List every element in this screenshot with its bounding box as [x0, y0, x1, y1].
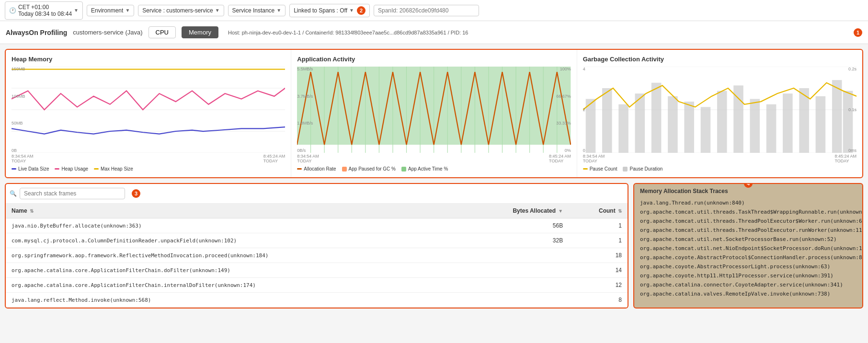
stack-trace-item: org.apache.catalina.valves.RemoteIpValve…	[640, 289, 857, 298]
legend-dot	[94, 168, 99, 170]
spanid-input[interactable]	[374, 5, 479, 16]
service-selector[interactable]: Service : customers-service ▼	[138, 5, 224, 16]
gc-y-axis-left: 4 2 0	[583, 67, 598, 153]
legend-max-heap: Max Heap Size	[94, 166, 133, 172]
svg-rect-31	[618, 104, 628, 153]
stack-traces-panel: 4 Memory Allocation Stack Traces java.la…	[633, 183, 863, 309]
gc-chart-title: Garbage Collection Activity	[583, 56, 857, 63]
chevron-down-icon: ▼	[215, 8, 220, 13]
tab-cpu[interactable]: CPU	[148, 26, 176, 38]
table-row[interactable]: org.springframework.aop.framework.Reflec…	[6, 248, 628, 263]
sort-icon: ⇅	[618, 208, 622, 214]
environment-label: Environment	[91, 7, 123, 14]
activity-legend: Allocation Rate App Paused for GC % App …	[297, 166, 571, 172]
table-row[interactable]: org.apache.catalina.core.ApplicationFilt…	[6, 263, 628, 278]
chevron-down-icon: ▼	[276, 8, 281, 13]
cell-count: 14	[569, 263, 628, 278]
cell-count: 18	[569, 248, 628, 263]
heap-memory-panel: Heap Memory 150MB	[6, 50, 291, 177]
instance-label: Service Instance	[232, 7, 275, 14]
legend-allocation-rate: Allocation Rate	[297, 166, 336, 172]
chevron-down-icon: ▼	[74, 8, 79, 13]
stack-trace-item: org.apache.catalina.connector.CoyoteAdap…	[640, 280, 857, 289]
col-bytes[interactable]: Bytes Allocated ▼	[464, 204, 569, 218]
legend-app-paused: App Paused for GC %	[342, 166, 396, 172]
legend-pause-duration: Pause Duration	[623, 166, 662, 172]
cell-count: 1	[569, 218, 628, 233]
svg-rect-35	[684, 102, 694, 153]
table-header-row: Name ⇅ Bytes Allocated ▼ Count ⇅	[6, 204, 628, 218]
search-bar: 🔍 3	[6, 184, 628, 204]
legend-app-active: App Active Time %	[401, 166, 448, 172]
environment-selector[interactable]: Environment ▼	[87, 5, 134, 16]
svg-rect-43	[815, 96, 825, 153]
cell-name: org.springframework.aop.framework.Reflec…	[6, 248, 464, 263]
tab-memory[interactable]: Memory	[182, 26, 218, 38]
frames-table: Name ⇅ Bytes Allocated ▼ Count ⇅	[6, 204, 628, 308]
app-activity-panel: Application Activity	[291, 50, 577, 177]
col-name[interactable]: Name ⇅	[6, 204, 464, 218]
clock-icon: 🕐	[9, 7, 16, 14]
sort-icon: ⇅	[30, 208, 34, 214]
heap-chart-area: 150MB 100MB 50MB 0B	[11, 67, 285, 153]
linked-spans-label: Linked to Spans : Off	[294, 7, 347, 14]
frames-table-body: java.nio.ByteBuffer.allocate(unknown:363…	[6, 218, 628, 308]
instance-selector[interactable]: Service Instance ▼	[228, 5, 286, 16]
cell-count: 8	[569, 293, 628, 308]
gc-activity-panel: Garbage Collection Activity	[577, 50, 862, 177]
table-row[interactable]: java.nio.ByteBuffer.allocate(unknown:363…	[6, 218, 628, 233]
cell-bytes	[464, 278, 569, 293]
charts-section: Heap Memory 150MB	[5, 49, 863, 178]
cell-name: com.mysql.cj.protocol.a.ColumnDefinition…	[6, 233, 464, 248]
cell-bytes: 32B	[464, 233, 569, 248]
service-label: Service : customers-service	[142, 7, 213, 14]
frames-table-container: Name ⇅ Bytes Allocated ▼ Count ⇅	[6, 204, 628, 308]
legend-dot	[342, 167, 347, 172]
stack-trace-item: org.apache.tomcat.util.threads.ThreadPoo…	[640, 226, 857, 235]
svg-rect-30	[602, 88, 612, 153]
main-content: Heap Memory 150MB	[0, 44, 868, 313]
cell-name: org.apache.catalina.core.ApplicationFilt…	[6, 278, 464, 293]
stack-trace-list: java.lang.Thread.run(unknown:840)org.apa…	[634, 198, 862, 304]
gc-chart-area: 4 2 0 0.2s 0.1s 0ms	[583, 67, 857, 153]
svg-rect-40	[766, 104, 776, 153]
bottom-section: 🔍 3 Name ⇅ Bytes Allocated	[5, 183, 863, 309]
svg-rect-36	[700, 107, 710, 153]
cell-name: java.lang.reflect.Method.invoke(unknown:…	[6, 293, 464, 308]
heap-chart-title: Heap Memory	[11, 56, 285, 63]
badge-3: 3	[132, 189, 140, 198]
heap-chart-svg	[11, 67, 285, 153]
cell-name: org.apache.catalina.core.ApplicationFilt…	[6, 263, 464, 278]
legend-dot	[297, 168, 302, 170]
badge-1: 1	[854, 28, 862, 37]
search-input[interactable]	[20, 188, 125, 199]
svg-rect-39	[750, 99, 760, 153]
sort-icon: ▼	[558, 208, 563, 214]
cell-bytes: 56B	[464, 218, 569, 233]
host-info: Host: ph-ninja-dev-eu0-dev-1-1 / Contain…	[228, 30, 468, 35]
linked-spans-selector[interactable]: Linked to Spans : Off ▼ 2	[289, 4, 370, 17]
service-name: customers-service (Java)	[73, 29, 142, 36]
table-row[interactable]: java.lang.reflect.Method.invoke(unknown:…	[6, 293, 628, 308]
stack-trace-item: org.apache.tomcat.util.net.SocketProcess…	[640, 235, 857, 244]
activity-y-axis-left: 5.5MB/s 3.7MB/s 1.8MB/s 0B/s	[297, 67, 312, 153]
time-range: Today 08:34 to 08:44	[18, 11, 72, 17]
cell-bytes	[464, 293, 569, 308]
col-count[interactable]: Count ⇅	[569, 204, 628, 218]
table-row[interactable]: com.mysql.cj.protocol.a.ColumnDefinition…	[6, 233, 628, 248]
clock-selector[interactable]: 🕐 CET +01:00 Today 08:34 to 08:44 ▼	[5, 1, 83, 20]
activity-x-axis: 8:34:54 AMTODAY 8:45:24 AMTODAY	[297, 154, 571, 163]
gc-x-axis: 8:34:54 AMTODAY 8:45:24 AMTODAY	[583, 154, 857, 163]
activity-y-axis-right: 100% 66.67% 33.33% 0%	[552, 67, 571, 153]
cell-count: 12	[569, 278, 628, 293]
table-row[interactable]: org.apache.catalina.core.ApplicationFilt…	[6, 278, 628, 293]
stack-trace-item: org.apache.coyote.AbstractProcessorLight…	[640, 262, 857, 271]
chevron-down-icon: ▼	[125, 8, 130, 13]
svg-rect-32	[635, 93, 645, 153]
stack-trace-item: org.apache.tomcat.util.net.NioEndpoint$S…	[640, 244, 857, 253]
legend-pause-count: Pause Count	[583, 166, 617, 172]
legend-dot	[583, 168, 588, 170]
cell-count: 1	[569, 233, 628, 248]
sub-header: AlwaysOn Profiling customers-service (Ja…	[0, 21, 868, 44]
heap-x-axis: 8:34:54 AMTODAY 8:45:24 AMTODAY	[11, 154, 285, 163]
